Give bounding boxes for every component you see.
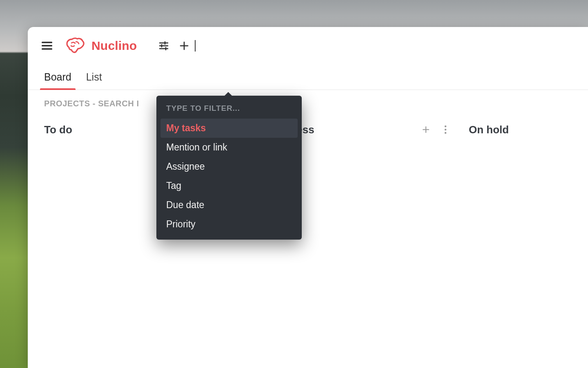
breadcrumb-text: PROJECTS - SEARCH I bbox=[44, 99, 139, 108]
filter-option-label: My tasks bbox=[166, 123, 206, 133]
sliders-icon bbox=[159, 41, 169, 50]
column-title: On hold bbox=[469, 123, 509, 136]
filter-option-mention-or-link[interactable]: Mention or link bbox=[160, 138, 298, 157]
svg-point-14 bbox=[445, 129, 447, 131]
menu-button[interactable] bbox=[39, 38, 55, 54]
tab-label: Board bbox=[44, 71, 71, 83]
text-caret bbox=[195, 40, 196, 52]
filter-option-my-tasks[interactable]: My tasks bbox=[160, 119, 298, 138]
plus-icon bbox=[180, 41, 189, 50]
hamburger-icon bbox=[42, 42, 52, 50]
column-title: To do bbox=[44, 123, 72, 136]
app-window: Nuclino bbox=[28, 27, 588, 368]
breadcrumb: PROJECTS - SEARCH I bbox=[28, 90, 588, 112]
filter-option-priority[interactable]: Priority bbox=[160, 215, 298, 234]
filter-option-assignee[interactable]: Assignee bbox=[160, 157, 298, 176]
tab-label: List bbox=[86, 71, 102, 83]
plus-icon bbox=[422, 126, 430, 134]
top-actions bbox=[156, 38, 192, 53]
view-tabs: Board List bbox=[28, 65, 588, 90]
column-actions bbox=[421, 124, 451, 135]
filter-option-label: Due date bbox=[166, 200, 204, 210]
filter-settings-button[interactable] bbox=[156, 38, 171, 53]
brand-name: Nuclino bbox=[91, 39, 137, 53]
add-card-button[interactable] bbox=[421, 124, 431, 135]
filter-option-label: Assignee bbox=[166, 161, 205, 172]
svg-rect-1 bbox=[42, 45, 52, 46]
board: To do In progress bbox=[28, 112, 588, 140]
column-header: On hold bbox=[469, 119, 588, 140]
column-menu-button[interactable] bbox=[440, 124, 451, 135]
svg-rect-0 bbox=[42, 42, 52, 43]
svg-rect-2 bbox=[42, 48, 52, 49]
tab-board[interactable]: Board bbox=[44, 71, 71, 90]
board-column-on-hold: On hold bbox=[462, 119, 588, 140]
top-bar: Nuclino bbox=[28, 27, 588, 65]
filter-option-due-date[interactable]: Due date bbox=[160, 195, 298, 215]
svg-point-15 bbox=[445, 132, 447, 134]
kebab-icon bbox=[444, 125, 447, 134]
filter-input-placeholder[interactable]: TYPE TO FILTER... bbox=[160, 101, 298, 119]
filter-option-label: Tag bbox=[166, 180, 181, 191]
brain-icon bbox=[65, 37, 87, 55]
filter-option-tag[interactable]: Tag bbox=[160, 176, 298, 195]
filter-option-label: Mention or link bbox=[166, 142, 227, 153]
tab-list[interactable]: List bbox=[86, 71, 102, 90]
add-filter-button[interactable] bbox=[177, 38, 192, 53]
brand[interactable]: Nuclino bbox=[65, 37, 137, 55]
filter-option-label: Priority bbox=[166, 219, 196, 229]
svg-point-13 bbox=[445, 126, 447, 128]
filter-menu: TYPE TO FILTER... My tasks Mention or li… bbox=[156, 96, 302, 240]
